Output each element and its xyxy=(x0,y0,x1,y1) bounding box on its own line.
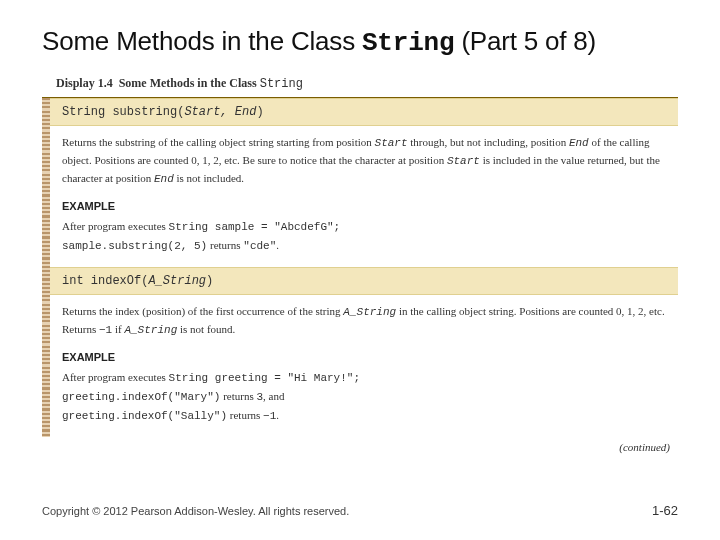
example-body-indexof: After program executes String greeting =… xyxy=(50,367,678,437)
title-mono: String xyxy=(362,28,454,58)
display-label: Display 1.4 xyxy=(56,76,113,90)
example-label: EXAMPLE xyxy=(50,349,678,367)
footer: Copyright © 2012 Pearson Addison-Wesley.… xyxy=(42,503,678,518)
display-caption: Display 1.4 Some Methods in the Class St… xyxy=(42,70,678,98)
display-caption-mono: String xyxy=(260,77,303,91)
sig-post: ) xyxy=(206,274,213,288)
figure-body: String substring(Start, End) Returns the… xyxy=(42,98,678,437)
method-desc-indexof: Returns the index (position) of the firs… xyxy=(50,295,678,349)
figure: Display 1.4 Some Methods in the Class St… xyxy=(42,70,678,453)
method-signature-indexof: int indexOf(A_String) xyxy=(50,267,678,295)
page-number: 1-62 xyxy=(652,503,678,518)
title-pre: Some Methods in the Class xyxy=(42,26,362,56)
method-signature-substring: String substring(Start, End) xyxy=(50,98,678,126)
sig-post: ) xyxy=(256,105,263,119)
sig-pre: String substring( xyxy=(62,105,184,119)
example-body-substring: After program executes String sample = "… xyxy=(50,216,678,267)
sig-args: A_String xyxy=(148,274,206,288)
slide-title: Some Methods in the Class String (Part 5… xyxy=(42,26,678,58)
continued-label: (continued) xyxy=(42,437,678,453)
display-caption-pre: Some Methods in the Class xyxy=(119,76,260,90)
example-label: EXAMPLE xyxy=(50,198,678,216)
slide: Some Methods in the Class String (Part 5… xyxy=(0,0,720,540)
method-desc-substring: Returns the substring of the calling obj… xyxy=(50,126,678,198)
title-post: (Part 5 of 8) xyxy=(454,26,596,56)
sig-pre: int indexOf( xyxy=(62,274,148,288)
copyright: Copyright © 2012 Pearson Addison-Wesley.… xyxy=(42,505,349,517)
sig-args: Start, End xyxy=(184,105,256,119)
